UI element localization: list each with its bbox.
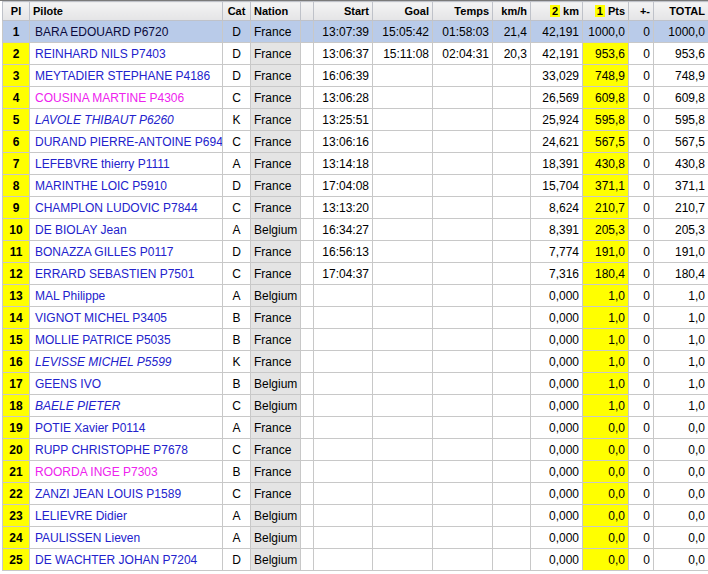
cell-goal[interactable] xyxy=(373,351,433,373)
pilot-row[interactable]: 2REINHARD NILS P7403DFrance13:06:3715:11… xyxy=(3,43,708,65)
cell-category[interactable]: C xyxy=(223,263,251,285)
cell-speed[interactable]: 20,3 xyxy=(493,43,531,65)
cell-penalty[interactable]: 0 xyxy=(629,197,654,219)
cell-start[interactable]: 16:56:13 xyxy=(314,241,373,263)
cell-goal[interactable] xyxy=(373,395,433,417)
cell-start[interactable] xyxy=(314,439,373,461)
cell-start[interactable]: 13:13:20 xyxy=(314,197,373,219)
pilot-row[interactable]: 1BARA EDOUARD P6720DFrance13:07:3915:05:… xyxy=(3,21,708,43)
cell-place[interactable]: 9 xyxy=(3,197,30,219)
cell-spacer[interactable] xyxy=(301,373,314,395)
cell-km[interactable]: 25,924 xyxy=(531,109,583,131)
cell-penalty[interactable]: 0 xyxy=(629,109,654,131)
cell-spacer[interactable] xyxy=(301,219,314,241)
cell-temps[interactable] xyxy=(433,395,493,417)
cell-temps[interactable] xyxy=(433,109,493,131)
cell-category[interactable]: K xyxy=(223,109,251,131)
cell-temps[interactable] xyxy=(433,483,493,505)
cell-penalty[interactable]: 0 xyxy=(629,43,654,65)
cell-place[interactable]: 14 xyxy=(3,307,30,329)
cell-points[interactable]: 1,0 xyxy=(583,395,629,417)
col-header-goal[interactable]: Goal xyxy=(373,2,433,21)
cell-total[interactable]: 1000,0 xyxy=(654,21,708,43)
cell-goal[interactable] xyxy=(373,439,433,461)
cell-category[interactable]: D xyxy=(223,43,251,65)
cell-speed[interactable] xyxy=(493,483,531,505)
cell-nation[interactable]: Belgium xyxy=(251,395,301,417)
cell-km[interactable]: 0,000 xyxy=(531,549,583,571)
cell-start[interactable]: 13:14:18 xyxy=(314,153,373,175)
cell-start[interactable]: 13:06:37 xyxy=(314,43,373,65)
cell-nation[interactable]: France xyxy=(251,175,301,197)
cell-temps[interactable] xyxy=(433,131,493,153)
cell-spacer[interactable] xyxy=(301,241,314,263)
cell-speed[interactable] xyxy=(493,65,531,87)
cell-pilot[interactable]: MARINTHE LOIC P5910 xyxy=(30,175,223,197)
cell-goal[interactable] xyxy=(373,329,433,351)
cell-penalty[interactable]: 0 xyxy=(629,505,654,527)
cell-total[interactable]: 567,5 xyxy=(654,131,708,153)
cell-penalty[interactable]: 0 xyxy=(629,373,654,395)
cell-nation[interactable]: France xyxy=(251,483,301,505)
cell-category[interactable]: C xyxy=(223,87,251,109)
col-header-nation[interactable]: Nation xyxy=(251,2,301,21)
cell-penalty[interactable]: 0 xyxy=(629,461,654,483)
cell-points[interactable]: 609,8 xyxy=(583,87,629,109)
cell-speed[interactable] xyxy=(493,527,531,549)
cell-goal[interactable] xyxy=(373,483,433,505)
cell-points[interactable]: 1,0 xyxy=(583,373,629,395)
cell-nation[interactable]: France xyxy=(251,65,301,87)
cell-spacer[interactable] xyxy=(301,109,314,131)
cell-place[interactable]: 2 xyxy=(3,43,30,65)
cell-category[interactable]: D xyxy=(223,21,251,43)
cell-points[interactable]: 953,6 xyxy=(583,43,629,65)
cell-temps[interactable] xyxy=(433,549,493,571)
col-header-start[interactable]: Start xyxy=(314,2,373,21)
cell-category[interactable]: A xyxy=(223,417,251,439)
cell-points[interactable]: 0,0 xyxy=(583,461,629,483)
cell-temps[interactable] xyxy=(433,307,493,329)
cell-pilot[interactable]: LEVISSE MICHEL P5599 xyxy=(30,351,223,373)
cell-points[interactable]: 1,0 xyxy=(583,351,629,373)
cell-nation[interactable]: France xyxy=(251,21,301,43)
cell-nation[interactable]: France xyxy=(251,351,301,373)
cell-goal[interactable] xyxy=(373,285,433,307)
cell-total[interactable]: 1,0 xyxy=(654,285,708,307)
cell-start[interactable] xyxy=(314,329,373,351)
cell-nation[interactable]: France xyxy=(251,131,301,153)
pilot-row[interactable]: 15MOLLIE PATRICE P5035BFrance0,0001,001,… xyxy=(3,329,708,351)
cell-points[interactable]: 0,0 xyxy=(583,483,629,505)
cell-category[interactable]: D xyxy=(223,65,251,87)
cell-total[interactable]: 953,6 xyxy=(654,43,708,65)
cell-total[interactable]: 1,0 xyxy=(654,307,708,329)
cell-km[interactable]: 8,624 xyxy=(531,197,583,219)
cell-km[interactable]: 0,000 xyxy=(531,307,583,329)
cell-penalty[interactable]: 0 xyxy=(629,483,654,505)
cell-penalty[interactable]: 0 xyxy=(629,307,654,329)
cell-speed[interactable] xyxy=(493,175,531,197)
cell-penalty[interactable]: 0 xyxy=(629,285,654,307)
cell-km[interactable]: 42,191 xyxy=(531,43,583,65)
cell-points[interactable]: 1,0 xyxy=(583,329,629,351)
col-header-spacer[interactable] xyxy=(301,2,314,21)
cell-temps[interactable] xyxy=(433,65,493,87)
cell-goal[interactable] xyxy=(373,417,433,439)
cell-nation[interactable]: France xyxy=(251,197,301,219)
pilot-row[interactable]: 18BAELE PIETERCBelgium0,0001,001,0 xyxy=(3,395,708,417)
cell-goal[interactable] xyxy=(373,219,433,241)
cell-speed[interactable] xyxy=(493,373,531,395)
cell-pilot[interactable]: BARA EDOUARD P6720 xyxy=(30,21,223,43)
cell-penalty[interactable]: 0 xyxy=(629,65,654,87)
pilot-row[interactable]: 3MEYTADIER STEPHANE P4186DFrance16:06:39… xyxy=(3,65,708,87)
cell-points[interactable]: 0,0 xyxy=(583,527,629,549)
cell-pilot[interactable]: ROORDA INGE P7303 xyxy=(30,461,223,483)
cell-speed[interactable] xyxy=(493,87,531,109)
cell-category[interactable]: A xyxy=(223,505,251,527)
pilot-row[interactable]: 16LEVISSE MICHEL P5599KFrance0,0001,001,… xyxy=(3,351,708,373)
cell-goal[interactable] xyxy=(373,153,433,175)
cell-km[interactable]: 0,000 xyxy=(531,285,583,307)
cell-spacer[interactable] xyxy=(301,65,314,87)
cell-nation[interactable]: France xyxy=(251,263,301,285)
cell-penalty[interactable]: 0 xyxy=(629,87,654,109)
cell-penalty[interactable]: 0 xyxy=(629,527,654,549)
